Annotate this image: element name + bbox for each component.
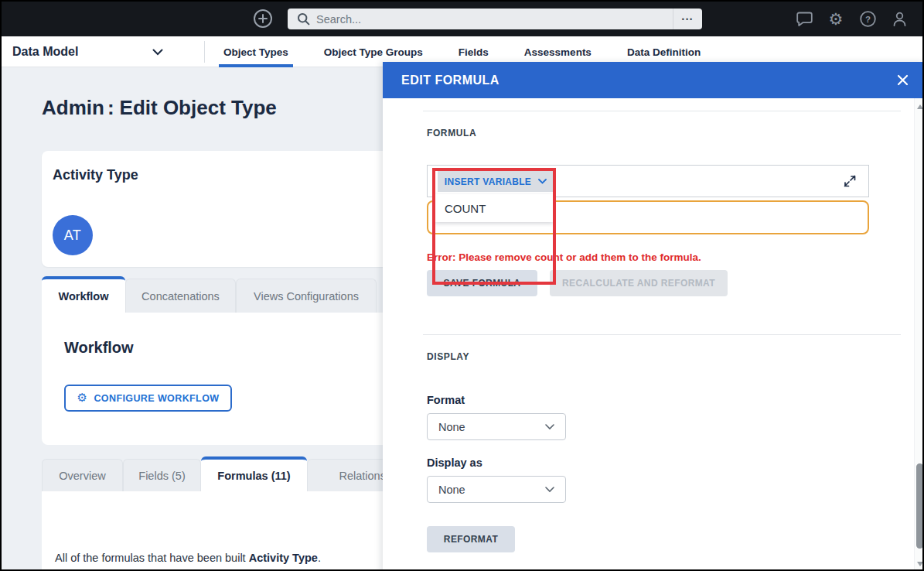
top-bar: ••• ⚙ ?	[2, 2, 922, 36]
add-icon[interactable]	[252, 8, 274, 29]
scroll-up-arrow-icon[interactable]	[917, 104, 923, 109]
save-formula-button[interactable]: SAVE FORMULA	[427, 270, 537, 296]
edit-formula-header: EDIT FORMULA	[383, 62, 924, 98]
workflow-heading: Workflow	[64, 339, 134, 357]
insert-variable-dropdown[interactable]: INSERT VARIABLE	[438, 171, 554, 192]
help-icon[interactable]: ?	[858, 10, 877, 29]
search-icon	[297, 12, 310, 26]
search-input[interactable]	[310, 13, 673, 26]
chevron-down-icon	[152, 49, 163, 56]
tab-fields-count[interactable]: Fields (5)	[123, 459, 201, 491]
tab-formulas-count[interactable]: Formulas (11)	[201, 456, 307, 491]
formulas-note: All of the formulas that have been built…	[55, 552, 321, 564]
formulas-note-object: Activity Type	[249, 552, 318, 564]
insert-variable-label: INSERT VARIABLE	[445, 176, 531, 187]
tab-concatenations[interactable]: Concatenations	[125, 279, 236, 313]
configure-workflow-label: CONFIGURE WORKFLOW	[94, 393, 219, 404]
object-type-name: Activity Type	[53, 167, 138, 183]
chevron-down-icon	[538, 179, 547, 184]
module-label: Data Model	[12, 45, 78, 59]
object-type-avatar[interactable]: AT	[53, 215, 93, 255]
gear-icon: ⚙	[77, 392, 88, 404]
tab-views-configurations[interactable]: Views Configurations	[236, 279, 377, 313]
formula-error-message: Error: Please remove count or add them t…	[427, 251, 701, 263]
tab-workflow[interactable]: Workflow	[42, 276, 125, 313]
chevron-down-icon	[545, 424, 554, 430]
page-title-separator: :	[107, 96, 114, 119]
page-title-name: Edit Object Type	[120, 96, 277, 119]
formulas-note-suffix: .	[318, 552, 321, 564]
format-dropdown[interactable]: None	[427, 413, 566, 440]
display-section-label: DISPLAY	[427, 351, 469, 362]
page-title-prefix: Admin	[42, 96, 104, 119]
tab-overview[interactable]: Overview	[42, 459, 123, 491]
user-account-icon[interactable]	[890, 10, 909, 29]
panel-scrollbar[interactable]	[914, 98, 924, 571]
close-icon[interactable]	[895, 72, 910, 87]
module-dropdown[interactable]: Data Model	[12, 36, 163, 67]
scroll-down-arrow-icon[interactable]	[917, 562, 923, 566]
detail-tabs: Overview Fields (5) Formulas (11) Relati…	[42, 456, 438, 491]
format-value: None	[438, 421, 465, 433]
configure-workflow-button[interactable]: ⚙ CONFIGURE WORKFLOW	[64, 385, 232, 412]
configuration-tabs: Workflow Concatenations Views Configurat…	[42, 276, 377, 313]
nav-divider	[204, 41, 205, 63]
more-options-icon[interactable]: •••	[673, 9, 702, 29]
chevron-down-icon	[545, 487, 554, 493]
app-window: ••• ⚙ ?	[0, 0, 924, 571]
edit-formula-title: EDIT FORMULA	[401, 74, 500, 87]
formulas-note-prefix: All of the formulas that have been built	[55, 552, 249, 564]
insert-variable-menu: COUNT	[435, 194, 553, 222]
scrollbar-thumb[interactable]	[916, 463, 923, 549]
search-bar: •••	[288, 9, 702, 29]
tab-object-types[interactable]: Object Types	[223, 36, 288, 67]
svg-text:?: ?	[864, 15, 870, 24]
panel-divider-display	[423, 334, 901, 335]
recalculate-reformat-button[interactable]: RECALCULATE AND REFORMAT	[550, 270, 728, 296]
formula-toolbar: INSERT VARIABLE	[427, 165, 869, 197]
reformat-button[interactable]: REFORMAT	[427, 526, 515, 552]
display-as-label: Display as	[427, 456, 482, 469]
top-bar-actions: ⚙ ?	[795, 2, 909, 36]
edit-formula-panel: EDIT FORMULA FORMULA INSERT VARIABLE	[383, 62, 924, 571]
page-title: Admin:Edit Object Type	[42, 96, 277, 120]
expand-formula-icon[interactable]	[842, 173, 858, 189]
chat-icon[interactable]	[795, 10, 813, 29]
settings-gear-icon[interactable]: ⚙	[827, 10, 845, 29]
display-as-dropdown[interactable]: None	[427, 476, 566, 503]
formula-section-label: FORMULA	[427, 128, 476, 138]
display-as-value: None	[438, 484, 465, 496]
panel-divider-top	[423, 111, 901, 111]
format-label: Format	[427, 394, 465, 406]
menu-option-count[interactable]: COUNT	[435, 202, 553, 215]
